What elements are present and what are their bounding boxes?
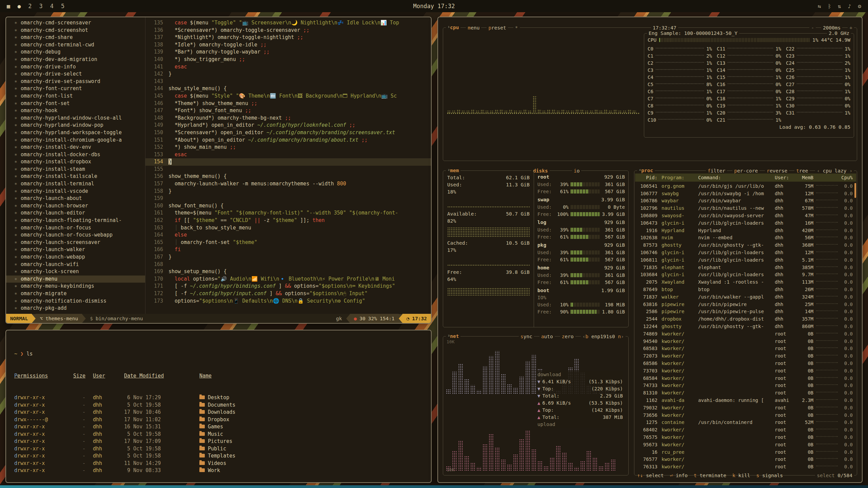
file-item[interactable]: ∗omarchy-cmd-screenshot — [6, 27, 145, 34]
code-line[interactable]: 171 [ -f ~/.config/hypr/bindings.conf ] … — [145, 283, 431, 290]
code-line[interactable]: 167} — [145, 253, 431, 261]
process-row[interactable]: 16rcu_preeroot0B0.0 — [635, 448, 856, 456]
process-row[interactable]: 71835elephantelephantdhh385M0.0 — [635, 264, 856, 271]
proc-terminate-button[interactable]: t terminate — [694, 472, 726, 479]
code-line[interactable]: 154} — [145, 158, 431, 166]
process-row[interactable]: 87573ghostty/usr/bin/ghostty --gtk-dhh36… — [635, 241, 856, 249]
file-item[interactable]: ∗omarchy-launch-webapp — [6, 253, 145, 261]
process-row[interactable]: 72073kworker/root0B0.0 — [635, 352, 856, 360]
file-item[interactable]: ∗omarchy-launch-walker — [6, 246, 145, 253]
net-auto-toggle[interactable]: auto — [539, 333, 555, 340]
process-row[interactable]: 63816pipewire/usr/bin/pipewiredhh25M0.0 — [635, 301, 856, 308]
file-item[interactable]: ∗omarchy-font-current — [6, 85, 145, 93]
code-line[interactable]: 169show_setup_menu() { — [145, 268, 431, 276]
net-sync-toggle[interactable]: sync — [519, 333, 534, 340]
process-row[interactable]: 2075XwaylandXwayland :1 -rootless -dhh11… — [635, 278, 856, 286]
proc-select-button[interactable]: ↑↓ select — [637, 472, 664, 479]
code-line[interactable]: 150 *Screensaver*) open_in_editor ~/.con… — [145, 129, 431, 137]
code-line[interactable]: 145 case $(menu "Style" "🎨 Theme\n🔤 Font… — [145, 93, 431, 100]
file-item[interactable]: ∗omarchy-pkg-add — [6, 305, 145, 312]
code-line[interactable]: 149 *Hyprland*) open_in_editor ~/.config… — [145, 122, 431, 129]
file-item[interactable]: ∗omarchy-font-list — [6, 93, 145, 100]
settings-icon[interactable]: ⚙ — [858, 3, 861, 9]
file-item[interactable]: ∗omarchy-dev-add-migration — [6, 56, 145, 63]
file-item[interactable]: ∗omarchy-install-vscode — [6, 188, 145, 195]
file-item[interactable]: ∗omarchy-debug — [6, 48, 145, 56]
file-item[interactable]: ∗omarchy-menu-keybindings — [6, 283, 145, 290]
process-row[interactable]: 68402kworker/root0B0.0 — [635, 426, 856, 433]
code-line[interactable]: 135 case $(menu "Toggle" "📺 Screensaver\… — [145, 19, 431, 27]
nvim-window[interactable]: ∗omarchy-cmd-screensaver∗omarchy-cmd-scr… — [5, 17, 432, 324]
terminal-window[interactable]: ~ ❯ ls PermissionsSizeUserDate ModifiedN… — [5, 330, 432, 483]
code-line[interactable]: 141 esac — [145, 63, 431, 71]
code-line[interactable]: 166 fi — [145, 246, 431, 253]
process-row[interactable]: 106786waybar/usr/bin/waybardhh67M0.0 — [635, 197, 856, 205]
proc-info-button[interactable]: ⏎ info — [670, 472, 688, 479]
process-row[interactable]: 87649btopbtopdhh26M0.0 — [635, 286, 856, 293]
process-row[interactable]: 95673kworker/root0B0.0 — [635, 441, 856, 448]
file-item[interactable]: ∗omarchy-font-set — [6, 100, 145, 107]
code-line[interactable]: 159 — [145, 195, 431, 202]
process-row[interactable]: 106473glycin-i/usr/lib/glycin-loadersdhh… — [635, 219, 856, 227]
file-item[interactable]: ∗omarchy-launch-or-focus — [6, 224, 145, 232]
workspace-2[interactable]: 2 — [28, 3, 32, 9]
net-zero-toggle[interactable]: zero — [560, 333, 575, 340]
file-item[interactable]: ∗omarchy-launch-editor — [6, 209, 145, 217]
code-line[interactable]: 152 *) show_main_menu ;; — [145, 144, 431, 151]
file-item[interactable]: ∗omarchy-launch-wifi — [6, 261, 145, 268]
file-item[interactable]: ∗omarchy-install-tailscale — [6, 173, 145, 180]
process-row[interactable]: 102796nautilus/usr/bin/nautilus --newdhh… — [635, 204, 856, 212]
btop-window[interactable]: ¹cpu menu preset * 17:32:47 - 2000ms + E… — [437, 17, 863, 483]
code-line[interactable]: 151 *About*) open_in_editor ~/.config/om… — [145, 137, 431, 144]
code-line[interactable]: 163 │ back_to show_style_menu — [145, 224, 431, 232]
process-row[interactable]: 106777swaybg/usr/bin/swaybg -i /homdhh12… — [635, 190, 856, 197]
code-line[interactable]: 144show_style_menu() { — [145, 85, 431, 93]
code-line[interactable]: 148 *Background*) omarchy-theme-bg-next … — [145, 115, 431, 122]
file-item[interactable]: ∗omarchy-launch-about — [6, 195, 145, 202]
file-item[interactable]: ∗omarchy-install-dev-env — [6, 144, 145, 151]
proc-per-core-toggle[interactable]: per-core — [732, 167, 760, 174]
process-row[interactable]: 73656kworker/root0B0.0 — [635, 411, 856, 419]
process-row[interactable]: 81310kworker/root0B0.0 — [635, 389, 856, 396]
proc-tree-toggle[interactable]: tree — [794, 167, 810, 174]
process-row[interactable]: 76577kworker/root0B0.0 — [635, 455, 856, 463]
network-icon[interactable]: ⇅ — [838, 3, 841, 9]
file-item[interactable]: ∗omarchy-launch-screensaver — [6, 239, 145, 246]
code-line[interactable]: 140 *) show_trigger_menu ;; — [145, 56, 431, 63]
code-line[interactable]: 153 esac — [145, 151, 431, 159]
code-line[interactable]: 168 — [145, 261, 431, 268]
process-row[interactable]: 1275containe/usr/bin/containerdroot52M0.… — [635, 419, 856, 426]
process-row[interactable]: 106746glycin-i/usr/lib/glycin-loadersdhh… — [635, 249, 856, 256]
process-row[interactable]: 68586kworker/root0B0.0 — [635, 360, 856, 367]
code-line[interactable]: 155 — [145, 166, 431, 173]
workspace-4[interactable]: 4 — [50, 3, 54, 9]
process-row[interactable]: 12244ghostty/usr/bin/ghostty --gtk-dhh86… — [635, 323, 856, 330]
code-line[interactable]: 165 │ omarchy-font-set "$theme" — [145, 239, 431, 246]
file-item[interactable]: ∗omarchy-menu — [6, 276, 145, 283]
file-item[interactable]: ∗omarchy-hyprland-window-pop — [6, 122, 145, 129]
process-table-header[interactable]: Pid: Program: Command: User: MemB Cpu% — [635, 174, 856, 182]
process-row[interactable]: 76575kworker/root0B0.0 — [635, 433, 856, 441]
file-item[interactable]: ∗omarchy-install-steam — [6, 166, 145, 173]
process-row[interactable]: 74869kworker/root0B0.0 — [635, 330, 856, 338]
process-row[interactable]: 74733kworker/root0B0.0 — [635, 382, 856, 389]
file-item[interactable]: ∗omarchy-lock-screen — [6, 268, 145, 276]
process-row[interactable]: 106541org.gnom/usr/bin/gjs /usr/lib/odhh… — [635, 182, 856, 190]
process-row[interactable]: 68583kworker/root0B0.0 — [635, 345, 856, 352]
process-row[interactable]: 94540kworker/root0B0.0 — [635, 338, 856, 345]
file-item[interactable]: ∗omarchy-cmd-terminal-cwd — [6, 41, 145, 49]
file-item[interactable]: ∗omarchy-cmd-screensaver — [6, 19, 145, 27]
code-line[interactable]: 157 omarchy-launch-walker -m menus:omarc… — [145, 180, 431, 188]
file-item[interactable]: ∗omarchy-drive-select — [6, 70, 145, 78]
file-item[interactable]: ∗omarchy-launch-or-focus-webapp — [6, 231, 145, 239]
file-item[interactable]: ∗omarchy-install-docker-dbs — [6, 151, 145, 159]
file-item[interactable]: ∗omarchy-launch-floating-terminal- — [6, 217, 145, 224]
file-item[interactable]: ∗omarchy-launch-browser — [6, 202, 145, 210]
file-item[interactable]: ∗omarchy-notification-dismiss — [6, 298, 145, 305]
code-line[interactable]: 160show_font_menu() { — [145, 202, 431, 210]
proc-scrollbar[interactable] — [854, 183, 856, 198]
code-line[interactable]: 161 theme=$(menu "Font" "$(omarchy-font-… — [145, 209, 431, 217]
interface-selector[interactable]: ‹b enp191s0 n› — [581, 333, 626, 340]
workspace-1-icon[interactable]: ▦ — [7, 3, 10, 9]
file-item[interactable]: ∗omarchy-install-dropbox — [6, 158, 145, 166]
